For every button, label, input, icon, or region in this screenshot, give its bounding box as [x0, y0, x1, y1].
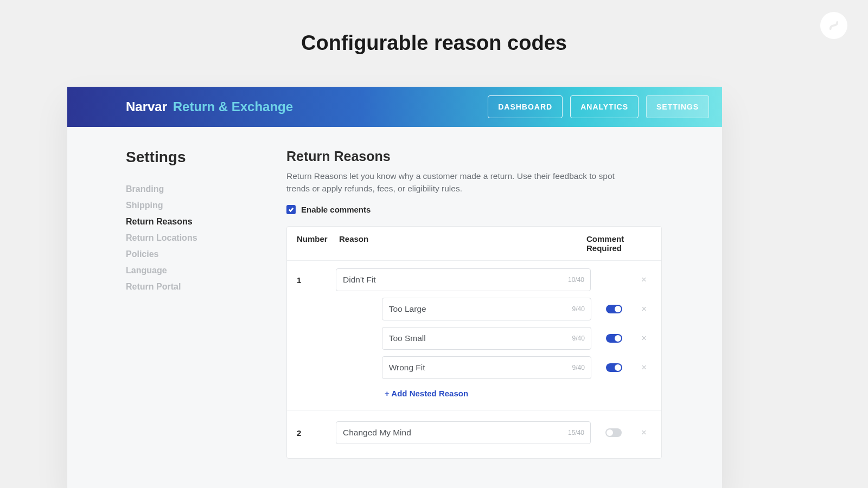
char-count: 10/40 [568, 276, 584, 284]
section-title: Return Reasons [286, 149, 709, 164]
col-number: Number [297, 234, 339, 253]
sidebar-title: Settings [126, 149, 286, 166]
brand-product: Return & Exchange [173, 99, 293, 114]
char-count: 9/40 [572, 305, 585, 313]
sidebar-item-policies[interactable]: Policies [126, 246, 286, 262]
page-title: Configurable reason codes [0, 0, 868, 55]
delete-nested-button[interactable]: × [636, 363, 652, 373]
brand-name: Narvar [126, 99, 167, 114]
narvar-logo-icon [820, 12, 847, 39]
char-count: 9/40 [572, 364, 585, 371]
delete-reason-button[interactable]: × [636, 428, 652, 438]
delete-nested-button[interactable]: × [636, 304, 652, 314]
char-count: 15/40 [568, 429, 584, 436]
table-header: Number Reason Comment Required [287, 227, 661, 261]
nested-reason-row: 9/40 × [297, 324, 652, 353]
brand: Narvar Return & Exchange [126, 99, 293, 114]
col-reason: Reason [339, 234, 586, 253]
nested-reason-input[interactable] [382, 327, 591, 350]
nested-reason-input[interactable] [382, 298, 591, 320]
app-header: Narvar Return & Exchange DASHBOARD ANALY… [67, 87, 722, 127]
nested-reason-input[interactable] [382, 356, 591, 379]
sidebar-item-language[interactable]: Language [126, 262, 286, 279]
comment-required-toggle[interactable] [605, 428, 622, 437]
comment-required-toggle[interactable] [606, 363, 622, 372]
reason-input[interactable] [336, 421, 591, 444]
enable-comments-row: Enable comments [286, 205, 709, 214]
nav-analytics[interactable]: ANALYTICS [570, 95, 639, 118]
settings-sidebar: Settings Branding Shipping Return Reason… [126, 149, 286, 459]
sidebar-item-branding[interactable]: Branding [126, 181, 286, 197]
reason-number: 1 [297, 275, 329, 285]
check-icon [288, 207, 294, 213]
sidebar-item-return-reasons[interactable]: Return Reasons [126, 214, 286, 230]
nested-reason-row: 9/40 × [297, 294, 652, 324]
reason-row: 2 15/40 × [297, 418, 652, 447]
reason-input[interactable] [336, 268, 591, 291]
col-comment-required: Comment Required [586, 234, 635, 253]
sidebar-item-return-locations[interactable]: Return Locations [126, 230, 286, 246]
section-description: Return Reasons let you know why a custom… [286, 170, 634, 195]
comment-required-toggle[interactable] [606, 334, 622, 343]
nav-buttons: DASHBOARD ANALYTICS SETTINGS [488, 95, 709, 118]
sidebar-item-return-portal[interactable]: Return Portal [126, 279, 286, 295]
main-content: Return Reasons Return Reasons let you kn… [286, 149, 722, 459]
app-window: Narvar Return & Exchange DASHBOARD ANALY… [67, 87, 722, 488]
reason-row: 1 10/40 × [297, 265, 652, 294]
divider [287, 410, 661, 410]
nav-settings[interactable]: SETTINGS [646, 95, 709, 118]
delete-nested-button[interactable]: × [636, 333, 652, 343]
nav-dashboard[interactable]: DASHBOARD [488, 95, 563, 118]
sidebar-item-shipping[interactable]: Shipping [126, 197, 286, 214]
add-nested-reason-button[interactable]: + Add Nested Reason [297, 382, 652, 402]
nested-reason-row: 9/40 × [297, 353, 652, 382]
enable-comments-checkbox[interactable] [286, 205, 296, 214]
comment-required-toggle[interactable] [606, 305, 622, 313]
enable-comments-label: Enable comments [301, 205, 371, 214]
char-count: 9/40 [572, 335, 585, 342]
reason-group-2: 2 15/40 × [287, 418, 661, 447]
reason-group-1: 1 10/40 × [287, 265, 661, 402]
reason-number: 2 [297, 428, 329, 438]
delete-reason-button[interactable]: × [636, 275, 652, 285]
reasons-table: Number Reason Comment Required 1 10/40 [286, 226, 662, 459]
